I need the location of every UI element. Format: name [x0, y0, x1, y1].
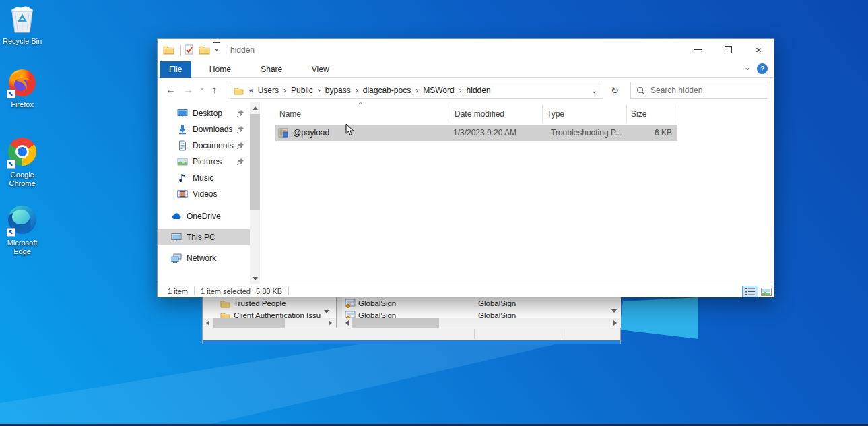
desktop-icon-label: Recycle Bin [1, 37, 44, 46]
folder-icon [220, 299, 230, 308]
desktop-icon-edge[interactable]: Microsoft Edge [1, 204, 44, 256]
desktop-icon-chrome[interactable]: Google Chrome [1, 136, 44, 188]
breadcrumb-separator-icon: › [280, 86, 290, 95]
file-row-payload[interactable]: @payload 1/3/2023 9:20 AM Troubleshootin… [275, 125, 677, 141]
edge-icon [7, 206, 38, 237]
status-divider [474, 329, 475, 339]
new-folder-button[interactable] [199, 44, 210, 55]
pin-icon [236, 125, 246, 133]
address-dropdown-chevron-icon[interactable]: ⌄ [591, 86, 603, 95]
breadcrumb-diagcab-pocs[interactable]: diagcab-pocs [362, 86, 412, 95]
cert-tree-item[interactable]: Trusted People [203, 297, 336, 309]
qat-customize-dropdown[interactable]: ⌄ [213, 42, 220, 53]
breadcrumb-separator-icon: › [412, 86, 422, 95]
sidebar-item-documents[interactable]: Documents [158, 138, 250, 154]
help-icon[interactable]: ? [757, 63, 768, 74]
scroll-left-arrow[interactable] [342, 318, 352, 328]
sidebar-item-this-pc[interactable]: This PC [158, 229, 250, 245]
recycle-bin-icon [7, 4, 38, 35]
cert-window-bottom-border [203, 340, 620, 344]
breadcrumb-users[interactable]: Users [257, 86, 280, 95]
cert-status-bar [203, 328, 620, 340]
sidebar-item-downloads[interactable]: Downloads [158, 121, 250, 138]
scroll-left-arrow[interactable] [203, 318, 212, 328]
onedrive-icon [171, 211, 182, 222]
status-divider [194, 286, 195, 295]
desktop: Recycle Bin Firefox Go [0, 0, 868, 426]
chrome-icon [7, 138, 38, 169]
sidebar-item-pictures[interactable]: Pictures [158, 154, 250, 170]
title-bar[interactable]: ⌄ hidden × [158, 39, 774, 61]
scroll-up-arrow[interactable] [250, 102, 260, 113]
forward-button[interactable]: → [183, 84, 193, 95]
desktop-icon-recycle-bin[interactable]: Recycle Bin [1, 4, 44, 46]
horizontal-scrollbar[interactable] [342, 318, 621, 328]
firefox-icon [7, 67, 38, 98]
sidebar-item-network[interactable]: Network [158, 250, 250, 266]
sidebar-scrollbar[interactable] [250, 102, 260, 284]
file-name: @payload [293, 128, 329, 138]
search-input[interactable] [649, 85, 768, 96]
search-box[interactable] [630, 82, 768, 99]
breadcrumb-msword[interactable]: MSWord [422, 86, 455, 95]
scrollbar-thumb[interactable] [213, 318, 285, 328]
ribbon-tabs: File Home Share View ⌄ ? [158, 61, 774, 78]
horizontal-scrollbar[interactable] [203, 318, 336, 328]
column-header-type[interactable]: Type [543, 105, 627, 123]
tab-file[interactable]: File [160, 61, 191, 78]
tab-view[interactable]: View [302, 61, 339, 78]
up-button[interactable]: ↑ [212, 84, 218, 95]
recent-locations-chevron-icon[interactable]: ⌄ [199, 84, 205, 91]
search-icon [636, 86, 645, 95]
column-header-size[interactable]: Size [627, 105, 677, 123]
address-bar[interactable]: « Users › Public › bypass › diagcab-pocs… [230, 82, 603, 99]
pictures-icon [177, 156, 188, 167]
properties-button[interactable] [184, 44, 195, 55]
back-button[interactable]: ← [166, 84, 176, 95]
scrollbar-thumb[interactable] [352, 318, 439, 328]
breadcrumb-hidden[interactable]: hidden [465, 86, 492, 95]
troubleshooting-pack-icon [278, 127, 289, 138]
file-date-modified: 1/3/2023 9:20 AM [453, 128, 516, 138]
address-folder-icon [234, 86, 244, 95]
cert-row[interactable]: GlobalSign GlobalSign [342, 297, 621, 309]
breadcrumb-separator-icon: › [456, 86, 465, 95]
shortcut-arrow-icon [7, 90, 15, 98]
tab-home[interactable]: Home [200, 61, 240, 78]
breadcrumb-public[interactable]: Public [290, 86, 314, 95]
shortcut-arrow-icon [7, 160, 15, 169]
desktop-icon-label: Google Chrome [1, 171, 44, 188]
certificate-manager-window: Trusted People Client Authentication Iss… [202, 297, 621, 344]
shortcut-arrow-icon [7, 228, 15, 237]
scroll-right-arrow[interactable] [610, 318, 620, 328]
sidebar-item-onedrive[interactable]: OneDrive [158, 208, 250, 224]
details-view-button[interactable] [742, 286, 758, 297]
expand-ribbon-chevron-icon[interactable]: ⌄ [744, 63, 751, 72]
file-size: 6 KB [655, 128, 672, 138]
refresh-button[interactable]: ↻ [606, 82, 624, 99]
file-type: Troubleshooting P... [551, 128, 622, 138]
navigation-pane: Desktop Downloads Documents Pictures [158, 102, 250, 284]
tab-share[interactable]: Share [251, 61, 292, 78]
breadcrumb-overflow-icon[interactable]: « [246, 86, 257, 95]
close-button[interactable]: × [743, 39, 774, 60]
scroll-down-arrow[interactable] [609, 304, 620, 317]
sidebar-item-music[interactable]: Music [158, 170, 250, 186]
documents-icon [177, 140, 188, 151]
breadcrumb-bypass[interactable]: bypass [324, 86, 352, 95]
scroll-down-arrow[interactable] [250, 273, 260, 284]
thumbnail-view-button[interactable] [760, 286, 773, 297]
column-header-date-modified[interactable]: Date modified [450, 105, 543, 123]
desktop-icon-firefox[interactable]: Firefox [1, 67, 44, 109]
minimize-button[interactable] [683, 39, 713, 60]
sidebar-item-videos[interactable]: Videos [158, 186, 250, 202]
sidebar-item-desktop[interactable]: Desktop [158, 105, 250, 121]
separator [180, 45, 181, 56]
videos-icon [177, 189, 188, 200]
maximize-button[interactable] [713, 39, 743, 60]
scroll-down-arrow[interactable] [321, 305, 332, 317]
scrollbar-thumb[interactable] [250, 114, 260, 210]
column-header-name[interactable]: Name [275, 105, 450, 123]
pin-icon [236, 158, 246, 166]
scroll-right-arrow[interactable] [325, 318, 335, 328]
